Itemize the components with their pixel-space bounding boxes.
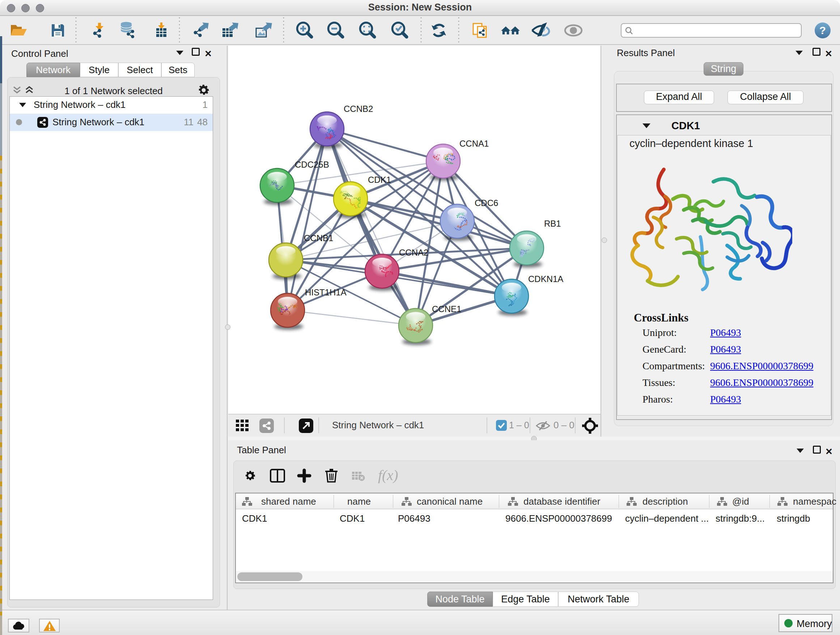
svg-text:CCNB2: CCNB2 [344,104,373,114]
svg-text:CCNB1: CCNB1 [304,233,333,243]
svg-text:CCNE1: CCNE1 [432,304,461,314]
svg-text:CCNA1: CCNA1 [459,139,489,149]
svg-text:f(x): f(x) [378,467,398,483]
svg-text:HIST1H1A: HIST1H1A [305,287,347,297]
svg-text:CDC6: CDC6 [475,198,498,208]
svg-text:CDC25B: CDC25B [295,160,329,169]
svg-text:RB1: RB1 [544,219,561,228]
svg-text:CDK1: CDK1 [368,175,391,185]
svg-text:CDKN1A: CDKN1A [528,274,563,284]
svg-text:CCNA2: CCNA2 [399,248,428,257]
